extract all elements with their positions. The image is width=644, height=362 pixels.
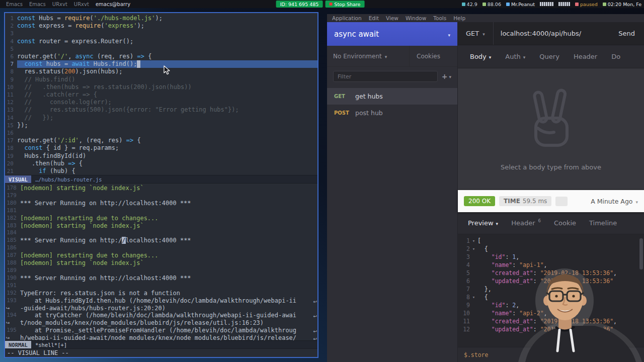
json-line: 10 "name": "api-2",: [458, 309, 644, 317]
line-number: 191: [5, 282, 20, 290]
json-view[interactable]: 1▾[2▾ {3 "id": 1,4 "name": "api-1",5 "cr…: [458, 234, 644, 347]
desktop: EmacsEmacsURxvtURxvtemacs@barry ID: 941 …: [0, 0, 644, 362]
json-text: {: [477, 293, 488, 301]
menu-tools[interactable]: Tools: [433, 15, 446, 21]
evil-state-badge: VISUAL: [5, 175, 31, 183]
window-button[interactable]: Emacs: [6, 2, 23, 7]
cookies-button[interactable]: Cookies: [409, 46, 457, 66]
body-hint: Select a body type from above: [501, 163, 601, 171]
bar-icon: [552, 2, 553, 6]
menu-application[interactable]: Application: [332, 15, 362, 21]
chevron-down-icon: [635, 198, 638, 205]
json-line: 12 "updated_at": "2019-02-18 13:53:36": [458, 325, 644, 333]
response-footer: [458, 347, 644, 362]
line-number: 195: [5, 327, 20, 334]
shell-line: 181: [5, 207, 317, 215]
shell-line: 192TypeError: res.status.json is not a f…: [5, 290, 317, 297]
json-text: [: [477, 237, 481, 245]
window-button[interactable]: URxvt: [52, 2, 67, 7]
scrollbar-thumb[interactable]: [639, 238, 643, 269]
request-tab-header[interactable]: Header: [574, 53, 597, 60]
shell-text: *** Server Running on http://localhost:4…: [20, 237, 191, 244]
code-line: 18 const { id } = req.params;: [5, 144, 317, 152]
json-line-number: 4: [458, 261, 470, 269]
request-item[interactable]: POSTpost hub: [327, 105, 457, 121]
window-button[interactable]: emacs@barry: [96, 2, 130, 7]
code-text: // Hubs.find(): [17, 76, 75, 83]
fold-caret-icon[interactable]: ▾: [470, 245, 477, 253]
shell-text: at tryCatcher (/home/blevih/doc/lambda/w…: [20, 312, 296, 319]
line-number: 13: [5, 106, 17, 114]
line-number: 20: [5, 160, 17, 167]
shell-line: 186: [5, 244, 317, 252]
line-number: 14: [5, 114, 17, 122]
json-path-filter-input[interactable]: [464, 351, 524, 358]
request-tab-query[interactable]: Query: [539, 53, 559, 60]
url-input[interactable]: localhost:4000/api/hubs/: [494, 30, 609, 37]
line-number: 5: [5, 45, 17, 53]
code-buffer[interactable]: 1const Hubs = require('./hubs-model.js')…: [5, 13, 317, 175]
code-text: // .then(hubs => res.status(200).json(hu…: [17, 83, 192, 91]
response-tab-header[interactable]: Header6: [511, 219, 541, 227]
request-tab-do[interactable]: Do: [611, 53, 620, 60]
status-badge: 200 OK: [464, 196, 495, 206]
code-line: 2const express = require('express');: [5, 22, 317, 30]
tray-item: 88.06: [482, 2, 501, 7]
fold-caret-icon[interactable]: ▾: [470, 237, 477, 245]
filter-row: [327, 69, 457, 84]
line-number: 4: [5, 38, 17, 45]
rest-client-window: ApplicationEditViewWindowToolsHelp async…: [327, 14, 644, 362]
code-line: 13 // res.status(500).json({error: "Erro…: [5, 106, 317, 114]
line-number: 17: [5, 137, 17, 144]
zoom-meeting-id-badge[interactable]: ID: 941 695 485: [276, 1, 323, 8]
size-badge: [555, 197, 568, 206]
terminal-cursor: /: [122, 237, 125, 244]
echo-area: -- VISUAL LINE --: [5, 349, 317, 357]
request-item[interactable]: GETget hubs: [327, 88, 457, 105]
line-number: 181: [5, 207, 20, 215]
menu-edit[interactable]: Edit: [369, 15, 379, 21]
chevron-down-icon: [449, 73, 451, 80]
bar-icon: [542, 2, 543, 6]
plus-icon: [442, 72, 448, 80]
environment-selector[interactable]: No Environment: [327, 46, 409, 66]
json-text: "created_at": "2019-02-18 13:53:36",: [477, 317, 617, 325]
window-button[interactable]: URxvt: [74, 2, 89, 7]
json-line: 1▾[: [458, 237, 644, 245]
response-tab-cookie[interactable]: Cookie: [554, 219, 576, 227]
chevron-down-icon: [482, 30, 485, 37]
shell-text: *** Server Running on http://localhost:4…: [20, 275, 191, 282]
shell-line: 187[nodemon] restarting due to changes..…: [5, 252, 317, 259]
workspace-dropdown[interactable]: async await: [327, 22, 457, 46]
code-line: 19 Hubs.findById(id): [5, 152, 317, 160]
menu-window[interactable]: Window: [406, 15, 426, 21]
send-button[interactable]: Send: [609, 22, 644, 45]
code-line: 9 // Hubs.find(): [5, 76, 317, 83]
fold-caret-icon[interactable]: ▾: [470, 293, 477, 301]
help-button[interactable]: ?: [623, 350, 631, 358]
request-tab-auth[interactable]: Auth: [505, 53, 525, 60]
shell-text: [nodemon] starting `node index.js`: [20, 222, 144, 230]
zoom-id-label: ID: 941 695 485: [280, 2, 319, 7]
chevron-down-icon: [385, 53, 387, 60]
line-number: 192: [5, 290, 20, 297]
request-tab-body[interactable]: Body: [470, 53, 491, 60]
method-dropdown[interactable]: GET: [458, 22, 493, 45]
line-number: 1: [5, 15, 17, 22]
stop-share-button[interactable]: Stop Share: [325, 1, 364, 8]
add-request-button[interactable]: [442, 72, 451, 80]
menu-view[interactable]: View: [386, 15, 398, 21]
shell-buffer[interactable]: 178[nodemon] starting `node index.js`179…: [5, 184, 317, 340]
code-text: });: [17, 122, 28, 129]
response-tab-preview[interactable]: Preview: [468, 219, 498, 227]
menu-help[interactable]: Help: [453, 15, 465, 21]
response-tab-timeline[interactable]: Timeline: [589, 219, 617, 227]
response-history-dropdown[interactable]: A Minute Ago: [591, 198, 638, 205]
window-button[interactable]: Emacs: [29, 2, 46, 7]
code-text: if (hub) {: [17, 167, 75, 175]
shell-line: 190*** Server Running on http://localhos…: [5, 275, 317, 282]
tray-label: 88.06: [488, 2, 501, 7]
sidebar-filter-input[interactable]: [333, 71, 438, 82]
line-number: 182: [5, 215, 20, 222]
tray-item: 02:20 Mon, Fe: [603, 2, 641, 7]
